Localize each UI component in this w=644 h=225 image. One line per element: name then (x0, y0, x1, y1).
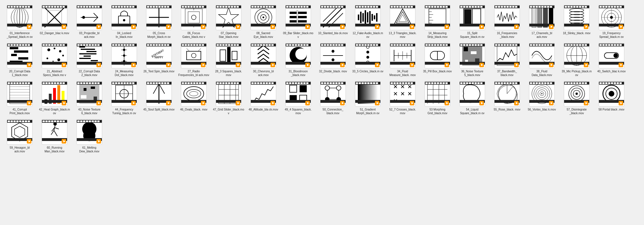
play-badge-54[interactable] (479, 101, 484, 105)
file-item-42[interactable]: 42_Heat Graph_black.m ov (38, 79, 71, 116)
play-badge-41[interactable] (27, 101, 31, 105)
play-badge-31[interactable] (305, 63, 310, 67)
play-badge-28[interactable] (236, 63, 240, 67)
play-badge-38[interactable] (549, 63, 554, 67)
file-item-52[interactable]: 52_7 Crosses_black. mov (386, 79, 419, 116)
play-badge-09[interactable] (305, 24, 310, 29)
play-badge-43[interactable] (96, 101, 101, 105)
file-item-60[interactable]: 60_Running Man_black.mov (38, 117, 71, 154)
file-item-12[interactable]: 12_Fake Audio_black.m ov (351, 3, 385, 40)
play-badge-08[interactable] (270, 24, 275, 29)
file-item-13[interactable]: 13_3 Triangles_black. mov (386, 3, 419, 40)
file-item-34[interactable]: 34_Fluid Measure_black. mov (386, 41, 419, 78)
play-badge-59[interactable] (27, 139, 31, 144)
play-badge-51[interactable] (375, 101, 379, 105)
file-item-61[interactable]: 61_Melting Dew_black.mov (72, 117, 106, 154)
file-item-50[interactable]: 50_Connection_ black.mov (316, 79, 350, 116)
play-badge-49[interactable] (305, 101, 310, 105)
play-badge-15[interactable] (479, 24, 484, 29)
play-badge-26[interactable] (166, 63, 171, 67)
file-item-07[interactable]: 07_Opening Star_black.mov (212, 3, 245, 40)
play-badge-40[interactable] (619, 63, 623, 67)
file-item-10[interactable]: 10_Slanted_bla ck.mov (316, 3, 350, 36)
file-item-08[interactable]: 08_Sacred Eye_black.mov (247, 3, 280, 40)
play-badge-30[interactable] (270, 63, 275, 67)
file-item-22[interactable]: 22_Corrupt Data 2_black.mov (72, 41, 106, 78)
play-badge-61[interactable] (96, 139, 101, 144)
play-badge-42[interactable] (62, 101, 66, 105)
play-badge-02[interactable] (62, 24, 66, 29)
file-item-24[interactable]: 24_Measuring Dot_black.mov (107, 41, 141, 78)
play-badge-13[interactable] (410, 24, 414, 29)
play-badge-53[interactable] (445, 101, 449, 105)
file-item-40[interactable]: 40_Switch_blac k.mov (595, 41, 628, 74)
play-badge-36[interactable] (479, 63, 484, 67)
play-badge-12[interactable] (375, 24, 379, 29)
file-item-20[interactable]: 20_Corrupt Data 1_black.mov (3, 41, 37, 78)
file-item-45[interactable]: 45_Soul Split_black.mov (142, 79, 176, 113)
file-item-35[interactable]: 35_Pill Box_black.mov (421, 41, 454, 74)
file-item-18[interactable]: 18_Slinky_black. mov (560, 3, 593, 36)
play-badge-16[interactable] (514, 24, 519, 29)
play-badge-32[interactable] (340, 63, 345, 67)
play-badge-33[interactable] (375, 63, 379, 67)
play-badge-01[interactable] (27, 24, 31, 29)
play-badge-35[interactable] (445, 63, 449, 67)
file-item-53[interactable]: 53 Morphing Grid_black.mov (421, 79, 454, 116)
play-badge-52[interactable] (410, 101, 414, 105)
file-item-55[interactable]: 55_Rose_black. mov (490, 79, 524, 113)
file-item-04[interactable]: 04_Locked In_black.mov (107, 3, 141, 40)
file-item-43[interactable]: 43_Noise Texture 6_black.mov (72, 79, 106, 116)
play-badge-20[interactable] (27, 63, 31, 67)
file-item-37[interactable]: 37_Bandwidth_ black.mov (490, 41, 524, 78)
file-item-47[interactable]: 47_Grid Slider_black.mo v (212, 79, 245, 116)
file-item-54[interactable]: 54_Liquid Square_black.m ov (455, 79, 489, 116)
file-item-32[interactable]: 32_Divide_black. mov (316, 41, 350, 74)
file-item-17[interactable]: 17_Channels_bl ack.mov (525, 3, 559, 40)
file-item-01[interactable]: 01_Interference _Spread_black.m ov (3, 3, 37, 40)
play-badge-60[interactable] (62, 139, 66, 144)
file-item-05[interactable]: 05_Cross Morph_black.m ov (142, 3, 176, 40)
play-badge-45[interactable] (166, 101, 171, 105)
file-item-49[interactable]: 49_4 Squares_black. mov (281, 79, 315, 116)
play-badge-19[interactable] (619, 24, 623, 29)
file-item-36[interactable]: 36_Noise Texture 5_black.mov (455, 41, 489, 78)
file-item-27[interactable]: 27_Radio Frequencies_bl ack.mov (177, 41, 211, 78)
play-badge-03[interactable] (96, 24, 101, 29)
play-badge-48[interactable] (270, 101, 275, 105)
play-badge-50[interactable] (340, 101, 345, 105)
file-item-19[interactable]: 19_Frequency Spread_black.m ov (595, 3, 628, 40)
play-badge-58[interactable] (619, 101, 623, 105)
file-item-21[interactable]: 21_Abstract Specs_black.mo v (38, 41, 71, 78)
play-badge-37[interactable] (514, 63, 519, 67)
file-item-26[interactable]: BIRTHDAY HAPPY26_Text Spin_black.mov (142, 41, 176, 74)
file-item-57[interactable]: 57_Disintegrate _black.mov (560, 79, 593, 116)
file-item-41[interactable]: 41_Corrupt Print_black.mov (3, 79, 37, 116)
file-item-30[interactable]: 30_Chevrons_bl ack.mov (247, 41, 280, 78)
file-item-03[interactable]: 03_Projectile_bl ack.mov (72, 3, 106, 40)
file-item-16[interactable]: 16_Frequencies _black.mov (490, 3, 524, 40)
play-badge-57[interactable] (584, 101, 588, 105)
play-badge-07[interactable] (236, 24, 240, 29)
play-badge-56[interactable] (549, 101, 554, 105)
file-item-33[interactable]: 33_5 Circles_black.m ov (351, 41, 385, 74)
play-badge-10[interactable] (340, 24, 345, 29)
play-badge-06[interactable] (201, 24, 205, 29)
play-badge-17[interactable] (549, 24, 554, 29)
file-item-38[interactable]: 38_Fluid Data_black.mov (525, 41, 559, 78)
play-badge-05[interactable] (166, 24, 171, 29)
file-item-48[interactable]: 48_Altitude_bla ck.mov (247, 79, 280, 113)
play-badge-14[interactable] (445, 24, 449, 29)
play-badge-27[interactable] (201, 63, 205, 67)
play-badge-44[interactable] (131, 101, 136, 105)
file-item-31[interactable]: 31_Bloodmoon _black.mov (281, 41, 315, 78)
play-badge-47[interactable] (236, 101, 240, 105)
play-badge-04[interactable] (131, 24, 136, 29)
file-item-02[interactable]: 02_Danger_blac k.mov (38, 3, 71, 36)
play-badge-21[interactable] (62, 63, 66, 67)
play-badge-34[interactable] (410, 63, 414, 67)
file-item-44[interactable]: 44_Frequency Tuning_black.m ov (107, 79, 141, 116)
file-item-46[interactable]: 46_Ovals_black. mov (177, 79, 211, 113)
play-badge-24[interactable] (131, 63, 136, 67)
file-item-56[interactable]: 56_Vortex_blac k.mov (525, 79, 559, 113)
